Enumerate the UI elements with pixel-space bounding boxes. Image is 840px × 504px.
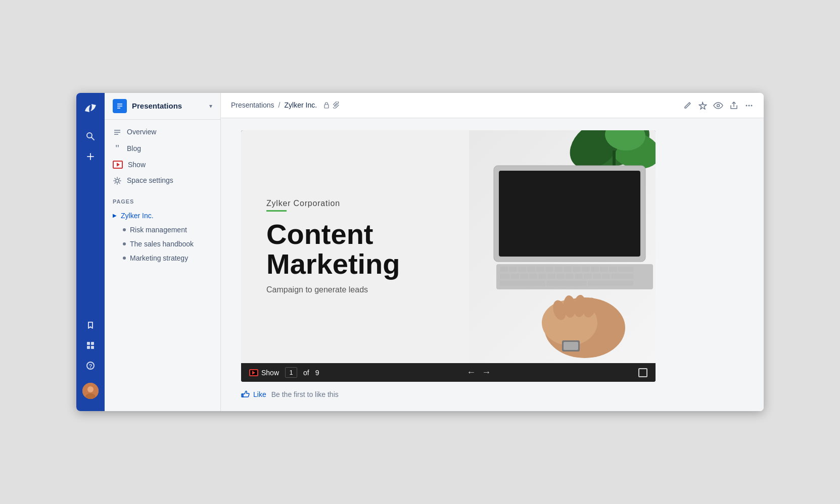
page-item-handbook[interactable]: The sales handbook bbox=[105, 237, 220, 251]
prev-slide-button[interactable]: ← bbox=[466, 367, 476, 378]
logo-icon[interactable] bbox=[81, 99, 100, 117]
page-link-handbook: The sales handbook bbox=[130, 240, 194, 248]
blog-label: Blog bbox=[127, 144, 141, 153]
sidebar-item-settings[interactable]: Space settings bbox=[105, 172, 220, 188]
sidebar-header[interactable]: Presentations ▾ bbox=[105, 93, 220, 120]
sidebar-item-show[interactable]: Show bbox=[105, 157, 220, 172]
chevron-down-icon[interactable]: ▾ bbox=[209, 103, 212, 110]
thumbs-up-icon bbox=[241, 390, 250, 399]
top-bar: Presentations / Zylker Inc. bbox=[221, 93, 764, 118]
star-icon[interactable] bbox=[698, 100, 707, 111]
green-line-decor bbox=[266, 210, 287, 212]
breadcrumb-icons bbox=[323, 102, 340, 109]
svg-point-24 bbox=[749, 105, 750, 107]
add-icon[interactable] bbox=[81, 147, 100, 166]
show-play-icon bbox=[249, 369, 258, 376]
breadcrumb: Presentations / Zylker Inc. bbox=[231, 101, 340, 109]
svg-rect-6 bbox=[87, 346, 90, 349]
main-content: Presentations / Zylker Inc. bbox=[221, 93, 764, 411]
like-section: Like Be the first to like this bbox=[241, 382, 743, 399]
sidebar-item-blog[interactable]: " Blog bbox=[105, 140, 220, 157]
help-icon[interactable]: ? bbox=[81, 357, 100, 375]
play-triangle bbox=[117, 163, 120, 167]
hands-svg bbox=[519, 262, 650, 363]
slide-title: Content Marketing bbox=[266, 220, 444, 279]
pages-section-label: PAGES bbox=[105, 192, 220, 207]
show-play-icon bbox=[113, 161, 123, 169]
like-prompt: Be the first to like this bbox=[271, 390, 339, 398]
bookmarks-icon[interactable] bbox=[81, 316, 100, 334]
slide-subtitle: Campaign to generate leads bbox=[266, 285, 444, 294]
content-area: Zylker Corporation Content Marketing Cam… bbox=[221, 118, 764, 411]
page-total: 9 bbox=[315, 369, 319, 377]
bullet-icon bbox=[123, 242, 126, 245]
show-label: Show bbox=[261, 369, 279, 377]
avatar[interactable] bbox=[82, 383, 99, 399]
page-link-zylker: Zylker Inc. bbox=[121, 212, 154, 220]
page-link-risk: Risk management bbox=[130, 226, 187, 234]
page-item-risk[interactable]: Risk management bbox=[105, 223, 220, 237]
slide-background: Zylker Corporation Content Marketing Cam… bbox=[241, 130, 656, 363]
svg-line-1 bbox=[91, 137, 94, 140]
svg-rect-34 bbox=[500, 267, 508, 272]
expand-arrow-icon: ▶ bbox=[113, 213, 117, 218]
svg-rect-48 bbox=[500, 274, 510, 279]
sidebar: Presentations ▾ Overview " Blog bbox=[105, 93, 221, 411]
pages-list: ▶ Zylker Inc. Risk management The sales … bbox=[105, 207, 220, 267]
svg-rect-32 bbox=[499, 171, 640, 257]
page-item-zylker[interactable]: ▶ Zylker Inc. bbox=[105, 209, 220, 223]
space-icon bbox=[113, 99, 127, 113]
presentation-viewer: Zylker Corporation Content Marketing Cam… bbox=[241, 130, 656, 382]
settings-gear-icon bbox=[113, 176, 122, 185]
app-window: ? Presentations ▾ bbox=[76, 93, 764, 411]
svg-point-23 bbox=[746, 105, 748, 107]
svg-rect-7 bbox=[91, 346, 94, 349]
overview-label: Overview bbox=[127, 128, 156, 136]
toolbar-actions bbox=[683, 100, 754, 111]
space-name: Presentations bbox=[132, 102, 204, 110]
apps-grid-icon[interactable] bbox=[81, 336, 100, 355]
sidebar-item-overview[interactable]: Overview bbox=[105, 124, 220, 140]
corp-name: Zylker Corporation bbox=[266, 199, 444, 208]
page-item-marketing[interactable]: Marketing strategy bbox=[105, 251, 220, 265]
presentation-controls: Show 1 of 9 ← → bbox=[241, 363, 656, 382]
like-button-label: Like bbox=[253, 390, 266, 398]
svg-text:?: ? bbox=[89, 363, 92, 369]
paperclip-icon bbox=[333, 102, 340, 109]
slide-left: Zylker Corporation Content Marketing Cam… bbox=[241, 130, 469, 363]
breadcrumb-separator: / bbox=[278, 101, 281, 109]
bullet-icon bbox=[123, 228, 126, 231]
like-button[interactable]: Like bbox=[241, 390, 266, 399]
watch-icon[interactable] bbox=[713, 100, 723, 111]
fullscreen-button[interactable] bbox=[638, 368, 647, 377]
page-current: 1 bbox=[285, 367, 297, 378]
svg-point-25 bbox=[751, 105, 753, 107]
overview-icon bbox=[113, 127, 122, 136]
svg-rect-5 bbox=[91, 342, 94, 345]
slide-area: Zylker Corporation Content Marketing Cam… bbox=[241, 130, 656, 363]
breadcrumb-current: Zylker Inc. bbox=[285, 101, 317, 109]
search-icon[interactable] bbox=[81, 127, 100, 145]
show-button[interactable]: Show bbox=[249, 369, 279, 377]
share-icon[interactable] bbox=[729, 100, 738, 111]
svg-rect-67 bbox=[564, 342, 578, 350]
lock-icon bbox=[323, 102, 330, 109]
settings-label: Space settings bbox=[127, 176, 173, 184]
slide-right bbox=[469, 130, 656, 363]
of-label: of bbox=[303, 369, 309, 377]
svg-rect-21 bbox=[324, 105, 329, 108]
edit-icon[interactable] bbox=[683, 100, 692, 111]
breadcrumb-presentations[interactable]: Presentations bbox=[231, 101, 274, 109]
page-link-marketing: Marketing strategy bbox=[130, 254, 188, 262]
play-triangle-icon bbox=[252, 371, 255, 375]
svg-rect-35 bbox=[509, 267, 517, 272]
svg-rect-4 bbox=[87, 342, 90, 345]
svg-point-11 bbox=[87, 386, 94, 392]
svg-rect-49 bbox=[511, 274, 519, 279]
bullet-icon bbox=[123, 257, 126, 260]
icon-rail: ? bbox=[76, 93, 105, 411]
svg-point-22 bbox=[717, 105, 720, 107]
svg-point-20 bbox=[116, 179, 119, 182]
next-slide-button[interactable]: → bbox=[482, 367, 491, 378]
more-actions-icon[interactable] bbox=[744, 100, 754, 111]
